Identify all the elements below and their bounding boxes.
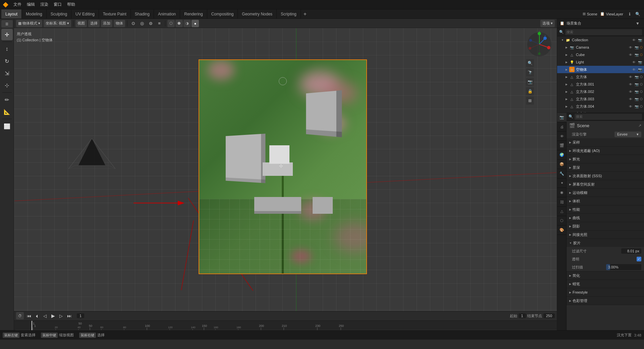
viewport-snap-btn[interactable]: ⊙ [129,20,137,27]
prop-tab-particles[interactable]: ✦ [557,179,567,188]
prop-tab-render[interactable]: 📷 [557,113,567,122]
timeline-next-keyframe[interactable]: ▷ [57,312,65,319]
cube005-render[interactable]: 📷 [634,111,639,112]
tab-texture-paint[interactable]: Texture Paint [99,9,131,18]
section-film-header[interactable]: ▼ 胶片 [567,239,644,247]
toolbar-mode-selector[interactable]: ☰ [1,20,13,28]
zoom-out-btn[interactable]: 🔭 [526,68,534,77]
shade-solid-btn[interactable]: ⬢ [175,20,183,27]
section-dof-header[interactable]: ▶ 景深 [567,163,644,171]
mode-dropdown[interactable]: ▦ 物体模式 ▾ [16,20,42,27]
tool-transform[interactable]: ⊹ [1,80,13,91]
timeline-jump-end[interactable]: ⏭ [65,312,73,319]
tab-compositing[interactable]: Compositing [207,9,238,18]
transparent-checkbox[interactable]: ✓ [637,257,641,261]
render-engine-select[interactable]: Eevee ▾ [614,132,641,137]
section-simplify-header[interactable]: ▶ 简化 [567,271,644,280]
section-shadows-header[interactable]: ▶ 阴影 [567,222,644,230]
cube-render-icon[interactable]: 📷 [634,52,639,57]
section-bloom-header[interactable]: ▶ 辉光 [567,155,644,163]
section-cm-header[interactable]: ▶ 色彩管理 [567,297,644,305]
light-eye[interactable]: 👁 [631,59,637,65]
tool-annotate[interactable]: ✏ [1,94,13,105]
viewlayer-selector-label[interactable]: ViewLayer [606,12,623,16]
shade-material-btn[interactable]: ◑ [183,20,191,27]
section-motion-blur-header[interactable]: ▶ 运动模糊 [567,189,644,197]
tool-scale[interactable]: ⇲ [1,67,13,79]
section-sss-header[interactable]: ▶ 次表面散射 (SSS) [567,172,644,180]
cube004-render[interactable]: 📷 [634,104,639,109]
outliner-item-cube004[interactable]: ▶ △ 立方体.004 👁 📷 ⬡ [557,103,644,110]
section-sampling-header[interactable]: ▶ 采样 [567,138,644,146]
section-gp-header[interactable]: ▶ 蜡笔 [567,280,644,288]
outliner-item-cube001[interactable]: ▶ △ 立方体.001 👁 📷 ⬡ [557,81,644,88]
prop-tab-physics[interactable]: ◉ [557,188,567,197]
viewport-canvas[interactable]: ⊹ 用户透视 (1) Collection | 空物体 Y [14,28,557,311]
prop-tab-modifier[interactable]: 🔧 [557,169,567,179]
tab-scripting[interactable]: Scripting [277,9,301,18]
cube-zh-eye[interactable]: 👁 [628,74,633,80]
tab-modeling[interactable]: Modeling [22,9,47,18]
add-menu[interactable]: 添加 [101,20,112,27]
current-frame-display[interactable]: 1 [77,313,84,318]
end-frame-input[interactable]: 250 [543,313,555,318]
snap-view-btn[interactable]: ⊞ [526,97,534,105]
scene-selector-label[interactable]: Scene [587,12,597,16]
tool-rotate[interactable]: ↻ [1,55,13,67]
section-indirect-header[interactable]: ▶ 间接光照 [567,231,644,239]
cube003-eye[interactable]: 👁 [628,96,633,102]
prop-tab-constraints[interactable]: ⛓ [557,197,567,207]
section-curves-header[interactable]: ▶ 曲线 [567,214,644,222]
tool-measure[interactable]: 📐 [1,106,13,117]
tab-geometry-nodes[interactable]: Geometry Nodes [238,9,277,18]
section-volume-header[interactable]: ▶ 体积 [567,197,644,205]
empty-render-icon[interactable]: 📷 [637,67,643,72]
tab-layout[interactable]: Layout [1,9,22,18]
cube004-eye[interactable]: 👁 [628,104,633,109]
timeline-prev-keyframe[interactable]: ⏴ [33,312,41,319]
lock-camera-btn[interactable]: 🔒 [526,87,534,95]
nav-gizmo[interactable]: Y Z X [526,31,553,58]
cube001-eye[interactable]: 👁 [628,82,633,87]
cube003-render[interactable]: 📷 [634,96,639,102]
shade-rendered-btn[interactable]: ● [192,20,199,27]
tool-cursor[interactable]: ✛ [1,29,13,40]
outliner-filter-icon[interactable]: ▼ [634,20,641,27]
section-ao-header[interactable]: ▶ 环境光遮蔽 (AO) [567,147,644,155]
section-ssr-header[interactable]: ▶ 屏幕空间反射 [567,180,644,188]
outliner-item-collection[interactable]: ▼ 📁 Collection 👁 📷 [557,36,644,44]
prop-search-input[interactable]: 搜索 [575,114,642,120]
prop-tab-world[interactable]: 🌍 [557,150,567,160]
outliner-item-light[interactable]: ▶ 💡 Light 👁 📷 [557,58,644,66]
zoom-in-btn[interactable]: 🔍 [526,59,534,67]
collection-eye[interactable]: 👁 [631,37,637,43]
menu-help[interactable]: 帮助 [64,0,78,9]
camera-view-btn[interactable]: 📷 [526,78,534,86]
cube002-eye[interactable]: 👁 [628,89,633,94]
prop-tab-object[interactable]: 📦 [557,160,567,169]
options-dropdown[interactable]: 选项 ▾ [540,20,555,27]
object-menu[interactable]: 物体 [114,20,125,27]
empty-eye[interactable]: 👁 [631,67,637,72]
timeline-play-reverse[interactable]: ◁ [41,312,49,319]
blender-logo[interactable]: 🔶 [0,0,11,9]
shade-wireframe-btn[interactable]: ⬡ [167,20,175,27]
tool-move[interactable]: ↕ [1,43,13,55]
tab-sculpting[interactable]: Sculpting [47,9,71,18]
outliner-item-empty[interactable]: ▶ ⊕ 空物体 👁 📷 [557,66,644,73]
menu-window[interactable]: 窗口 [51,0,64,9]
tab-shading[interactable]: Shading [131,9,154,18]
select-menu[interactable]: 选择 [88,20,100,27]
top-info-icon[interactable]: ℹ [626,10,633,18]
light-render-icon[interactable]: 📷 [637,59,643,65]
cube005-eye[interactable]: 👁 [628,111,633,112]
outliner-item-cube005[interactable]: ▶ △ 立方体.005 👁 📷 ⬡ [557,110,644,112]
overscan-slider[interactable]: 3.00% [606,264,642,270]
section-freestyle-header[interactable]: ▶ Freestyle [567,288,644,296]
outliner-item-camera[interactable]: ▶ 📷 Camera 👁 📷 ⬡ [557,44,644,51]
outliner-item-cube-zh[interactable]: ▶ △ 立方体 👁 📷 ⬡ [557,73,644,81]
viewport-proportional-btn[interactable]: ⊜ [147,20,154,27]
prop-tab-scene[interactable]: 🎬 [557,141,567,150]
menu-render[interactable]: 渲染 [38,0,51,9]
start-frame-input[interactable]: 1 [519,313,526,318]
